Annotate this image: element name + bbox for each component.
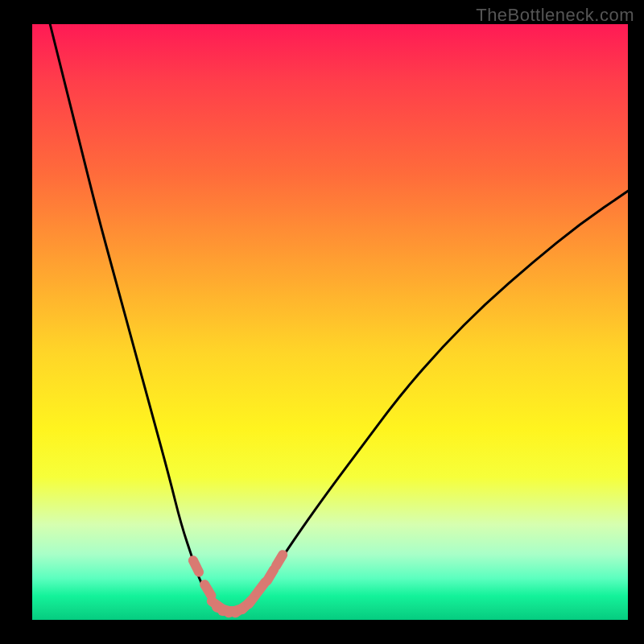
plot-area — [32, 24, 628, 620]
chart-frame: TheBottleneck.com — [0, 0, 644, 644]
watermark-text: TheBottleneck.com — [476, 5, 634, 26]
trough-markers — [193, 555, 283, 613]
curve-line — [50, 24, 628, 611]
trough-marker — [276, 555, 283, 566]
trough-marker — [204, 584, 211, 596]
trough-marker — [193, 560, 199, 572]
bottleneck-curve — [32, 24, 628, 620]
trough-marker — [267, 570, 274, 581]
